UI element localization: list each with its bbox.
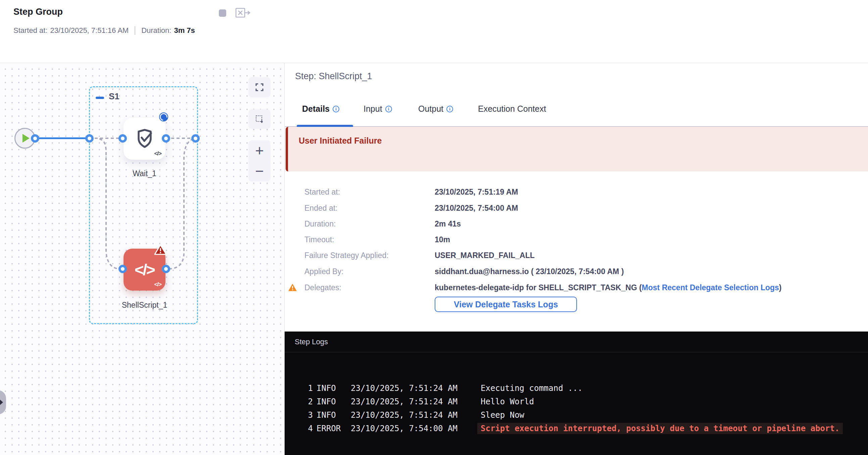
detail-row-failure-strategy: Failure Strategy Applied: USER_MARKED_FA… <box>304 250 535 261</box>
tabs-bar: Details Input Output Execution Context <box>285 97 868 127</box>
code-glyph: </> <box>154 281 161 288</box>
page-title: Step Group <box>13 7 63 17</box>
failure-banner: User Initiated Failure <box>286 127 868 171</box>
step-logs-panel: Step Logs 1 INFO 23/10/2025, 7:51:24 AM … <box>285 331 868 455</box>
marquee-select-icon <box>255 115 264 124</box>
mark-failed-exit-icon[interactable] <box>235 7 251 20</box>
detail-row-delegates: Delegates: kubernetes-delegate-idp for S… <box>304 282 782 293</box>
divider <box>134 26 135 35</box>
delegates-value: kubernetes-delegate-idp for SHELL_SCRIPT… <box>435 283 782 292</box>
connector-dot[interactable] <box>162 134 170 142</box>
header: Step Group Started at: 23/10/2025, 7:51:… <box>0 0 868 63</box>
marquee-select-button[interactable] <box>248 109 271 129</box>
step-title: Step: ShellScript_1 <box>295 71 372 82</box>
step-logs-header: Step Logs <box>285 331 868 352</box>
info-icon[interactable] <box>385 106 392 112</box>
code-glyph: </> <box>154 150 161 157</box>
log-line-error: 4 ERROR 23/10/2025, 7:54:00 AM Script ex… <box>285 422 868 435</box>
running-status-icon <box>159 112 168 122</box>
step-logs-title: Step Logs <box>295 337 328 346</box>
execution-step-group-view: Step Group Started at: 23/10/2025, 7:51:… <box>0 0 868 455</box>
detail-row-timeout: Timeout: 10m <box>304 234 450 245</box>
fullscreen-button[interactable] <box>248 77 271 97</box>
detail-row-applied-by: Applied By: siddhant.dua@harness.io ( 23… <box>304 266 624 277</box>
zoom-in-button[interactable]: + <box>255 143 264 158</box>
node-label-wait: Wait_1 <box>120 169 169 178</box>
shield-check-icon <box>133 127 156 149</box>
tab-details[interactable]: Details <box>302 104 339 114</box>
collapse-group-icon[interactable] <box>96 97 104 99</box>
stop-square-icon[interactable] <box>218 9 227 19</box>
warning-icon <box>288 283 297 294</box>
fullscreen-icon <box>255 83 264 92</box>
detail-row-duration: Duration: 2m 41s <box>304 219 461 229</box>
pipeline-graph-canvas[interactable]: S1 </> Wait_1 </> </> ShellScript_1 <box>0 63 285 455</box>
zoom-controls: + − <box>248 140 271 182</box>
failure-banner-text: User Initiated Failure <box>299 136 382 145</box>
info-icon[interactable] <box>333 106 339 112</box>
connector-dot[interactable] <box>85 134 94 142</box>
play-icon <box>23 134 30 142</box>
info-icon[interactable] <box>446 106 453 112</box>
detail-row-ended: Ended at: 23/10/2025, 7:54:00 AM <box>304 203 518 214</box>
duration-label: Duration: <box>141 26 171 35</box>
step-group-label: S1 <box>109 91 120 102</box>
connector-dot[interactable] <box>119 265 127 273</box>
zoom-out-button[interactable]: − <box>255 164 264 178</box>
detail-row-started: Started at: 23/10/2025, 7:51:19 AM <box>304 187 518 197</box>
connector-dot[interactable] <box>162 265 170 273</box>
failed-status-badge <box>154 243 167 257</box>
duration-value: 3m 7s <box>174 26 195 35</box>
log-line: 3 INFO 23/10/2025, 7:51:24 AM Sleep Now <box>285 409 868 422</box>
tab-input[interactable]: Input <box>364 104 392 114</box>
log-line: 2 INFO 23/10/2025, 7:51:24 AM Hello Worl… <box>285 395 868 409</box>
log-line: 1 INFO 23/10/2025, 7:51:24 AM Executing … <box>285 382 868 395</box>
tab-execution-context[interactable]: Execution Context <box>478 104 546 114</box>
log-lines[interactable]: 1 INFO 23/10/2025, 7:51:24 AM Executing … <box>285 382 868 435</box>
connector-dot[interactable] <box>119 134 127 142</box>
tab-output[interactable]: Output <box>418 104 453 114</box>
execution-meta: Started at: 23/10/2025, 7:51:16 AM Durat… <box>13 26 195 35</box>
view-delegate-tasks-logs-button[interactable]: View Delegate Tasks Logs <box>435 297 577 312</box>
node-wait-1[interactable]: </> <box>124 118 165 160</box>
connector-dot[interactable] <box>31 134 39 142</box>
connector-dot[interactable] <box>191 134 200 142</box>
delegate-selection-logs-link[interactable]: Most Recent Delegate Selection Logs <box>642 283 779 292</box>
started-at-value: 23/10/2025, 7:51:16 AM <box>50 26 129 35</box>
node-label-shellscript: ShellScript_1 <box>115 301 174 310</box>
started-at-label: Started at: <box>13 26 48 35</box>
step-details-panel: Step: ShellScript_1 Details Input Output… <box>285 63 868 331</box>
